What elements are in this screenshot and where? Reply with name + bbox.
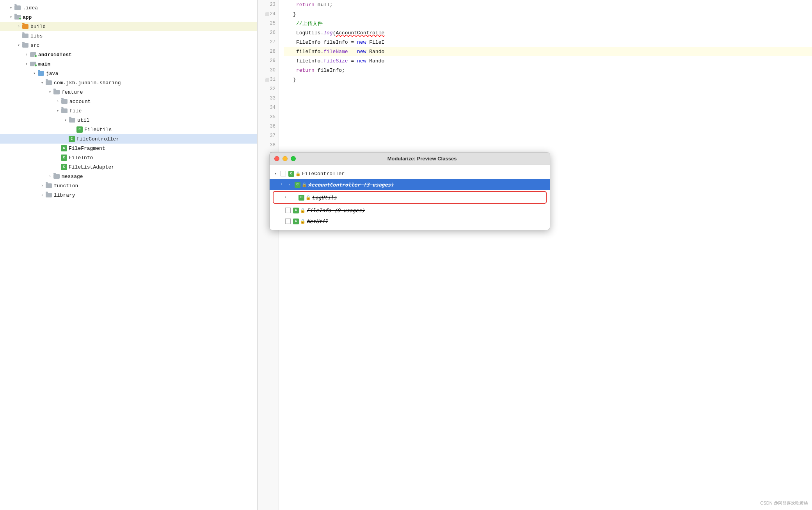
class-icon-fileinfo: C [61, 155, 67, 161]
line-num-label: 38 [270, 142, 275, 148]
class-icon-fileutils: C [76, 126, 83, 133]
chevron-feature [47, 89, 53, 95]
code-line-38 [284, 140, 812, 150]
dialog-logutils-checkbox[interactable] [291, 195, 296, 200]
tree-item-src[interactable]: src [0, 41, 257, 50]
maximize-button[interactable] [291, 156, 296, 161]
dialog-row-logutils[interactable]: › C 🔒 LogUtils [274, 192, 546, 203]
line-num-27: 27 [258, 37, 279, 47]
tree-item-java[interactable]: java [0, 69, 257, 78]
tree-label-fileinfo: FileInfo [69, 155, 93, 161]
line-num-label: 36 [270, 124, 275, 129]
dialog-logutils-outline: › C 🔒 LogUtils [273, 191, 547, 204]
tree-item-com-jkb[interactable]: com.jkb.junbin.sharing [0, 78, 257, 87]
tree-label-idea: .idea [23, 5, 38, 11]
class-icon-filecontroller: C [69, 136, 75, 142]
close-button[interactable] [274, 156, 279, 161]
code-line-33 [284, 94, 812, 103]
code-line-34 [284, 103, 812, 112]
dialog-content: ▾ C 🔒 FileController › ✓ C 🔒 AccountCont… [270, 165, 550, 230]
folder-icon-app [14, 14, 21, 20]
line-num-label: 30 [270, 68, 275, 73]
dialog-row-fileinfo[interactable]: C 🔒 FileInfo (8 usages) [270, 205, 550, 216]
chevron-file [55, 108, 61, 114]
dialog-netutil-label: NetUtil [307, 219, 328, 224]
tree-item-account[interactable]: account [0, 97, 257, 106]
dialog-netutil-class-icon: C [293, 219, 299, 224]
tree-item-main[interactable]: main [0, 59, 257, 69]
code-line-28: fileInfo.fileName = new Rando [284, 47, 812, 56]
tree-item-library[interactable]: library [0, 190, 257, 200]
tree-label-java: java [46, 71, 58, 76]
tree-item-file[interactable]: file [0, 106, 257, 116]
tree-label-function: function [54, 183, 78, 189]
tree-label-file: file [69, 108, 82, 114]
tree-label-main: main [38, 61, 50, 67]
tree-label-src: src [30, 43, 39, 48]
line-num-32: 32 [258, 84, 279, 94]
tree-item-filelistadapter[interactable]: C FileListAdapter [0, 162, 257, 172]
chevron-main [23, 61, 30, 67]
dialog-root-checkbox[interactable] [281, 171, 286, 176]
line-num-31: ⬜ 31 [258, 75, 279, 84]
chevron-com-jkb [39, 80, 45, 86]
dialog-netutil-checkbox[interactable] [285, 219, 291, 224]
code-text-29: fileInfo.fileSize = new Rando [284, 58, 384, 64]
tree-item-filecontroller[interactable]: C FileController [0, 134, 257, 144]
tree-item-androidtest[interactable]: androidTest [0, 50, 257, 59]
folder-icon-libs [22, 33, 29, 39]
chevron-library [39, 192, 45, 198]
line-num-label: 35 [270, 114, 275, 120]
tree-item-feature[interactable]: feature [0, 87, 257, 97]
code-text-24: } [284, 11, 296, 17]
lock-icon-netutil: 🔒 [300, 219, 306, 224]
folder-icon-library [45, 192, 52, 198]
line-num-label: 28 [270, 49, 275, 54]
tree-label-feature: feature [62, 89, 83, 95]
tree-item-libs[interactable]: libs [0, 31, 257, 41]
tree-label-app: app [23, 14, 32, 20]
code-text-26: LogUtils.log(AccountControlle [284, 30, 384, 36]
code-line-25: //上传文件 [284, 19, 812, 28]
tree-item-idea[interactable]: .idea [0, 3, 257, 12]
folder-icon-feature [53, 89, 60, 95]
tree-item-fileinfo[interactable]: C FileInfo [0, 153, 257, 162]
line-num-36: 36 [258, 122, 279, 131]
dialog-row-netutil[interactable]: C 🔒 NetUtil [270, 216, 550, 227]
line-num-33: 33 [258, 94, 279, 103]
lock-icon-logutils: 🔒 [306, 195, 311, 200]
line-num-label: 33 [270, 96, 275, 101]
code-line-26: LogUtils.log(AccountControlle [284, 28, 812, 37]
line-num-29: 29 [258, 56, 279, 66]
chevron-androidtest [23, 52, 30, 58]
tree-item-fileutils[interactable]: C FileUtils [0, 125, 257, 134]
tree-label-util: util [77, 117, 89, 123]
dialog-row-accountcontroller[interactable]: › ✓ C 🔒 AccountController (3 usages) [270, 179, 550, 190]
code-line-36 [284, 122, 812, 131]
tree-item-filefragment[interactable]: C FileFragment [0, 144, 257, 153]
line-num-35: 35 [258, 112, 279, 122]
tree-item-message[interactable]: message [0, 172, 257, 181]
tree-label-library: library [54, 192, 75, 198]
chevron-account [55, 98, 61, 105]
dialog-accountcontroller-checkbox[interactable]: ✓ [287, 182, 292, 187]
tree-item-build[interactable]: build [0, 22, 257, 31]
dialog-accountcontroller-class-icon: C [295, 182, 300, 188]
line-num-label: 26 [270, 30, 275, 36]
chevron-app [8, 14, 14, 20]
dialog-logutils-class-icon: C [299, 195, 304, 201]
lock-icon-fileinfo: 🔒 [300, 208, 306, 213]
minimize-button[interactable] [283, 156, 288, 161]
dialog-root-label: FileController [302, 171, 345, 177]
tree-item-util[interactable]: util [0, 116, 257, 125]
tree-item-app[interactable]: app [0, 12, 257, 22]
dialog-fileinfo-label: FileInfo (8 usages) [307, 208, 365, 213]
class-icon-filelistadapter: C [61, 164, 67, 170]
code-text-30: return fileInfo; [284, 68, 345, 73]
tree-item-function[interactable]: function [0, 181, 257, 190]
dialog-titlebar: Modularize: Preview Classes [270, 153, 550, 165]
folder-icon-main [30, 61, 37, 67]
chevron-build [16, 23, 22, 30]
dialog-fileinfo-checkbox[interactable] [285, 208, 291, 213]
code-line-35 [284, 112, 812, 122]
